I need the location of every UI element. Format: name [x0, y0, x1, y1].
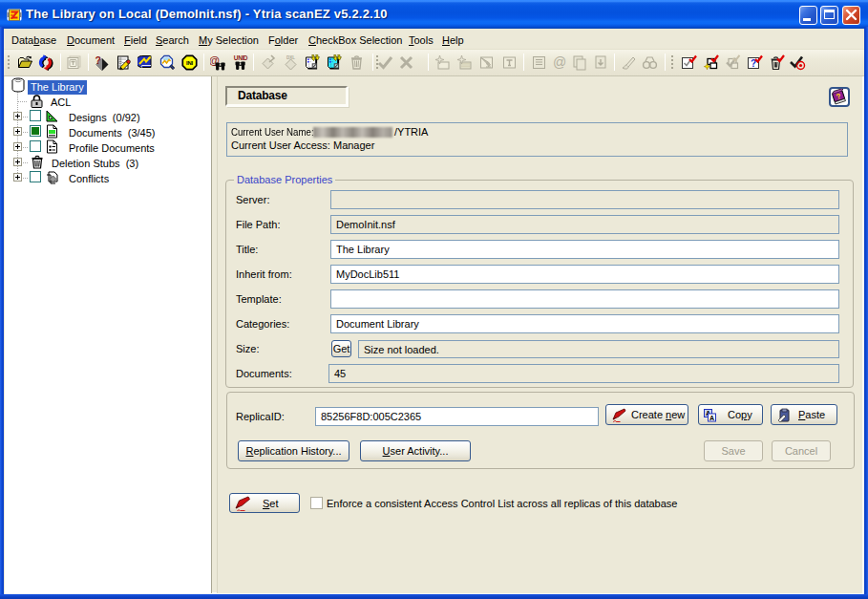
svg-text:A: A	[709, 415, 714, 421]
